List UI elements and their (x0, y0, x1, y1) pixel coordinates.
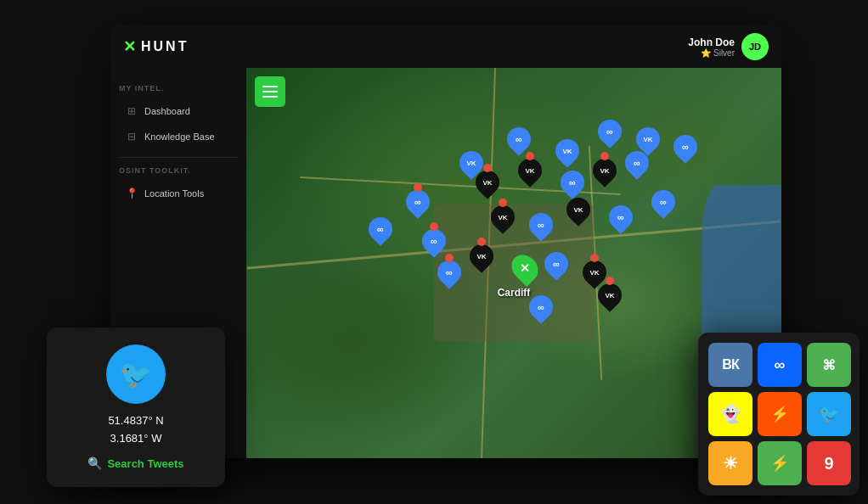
twitter-bird-icon: 🐦 (119, 358, 153, 390)
app-icon-meta[interactable]: ∞ (758, 343, 802, 387)
map-pin-meta-9[interactable]: ∞ (609, 203, 633, 232)
longitude-value: 3.1681° W (108, 430, 163, 448)
map-pin-meta-7[interactable]: ∞ (422, 227, 446, 255)
snapchat-label: 👻 (720, 404, 741, 424)
app-icon-vk[interactable]: ВК (708, 343, 752, 387)
rank-icon: ⭐ (701, 48, 713, 58)
wigle-label: ⌘ (822, 357, 836, 373)
nine-label: 9 (824, 454, 833, 473)
twitter-icon-circle: 🐦 (106, 344, 166, 404)
map-pin-blue-3[interactable]: ∞ (529, 293, 553, 322)
map-pin-vk-8[interactable]: VK (566, 195, 590, 224)
map-pin-meta-3[interactable]: ∞ (674, 132, 697, 161)
header-bar: ✕ HUNT John Doe ⭐ Silver JD (110, 25, 781, 68)
dashboard-icon: ⊞ (126, 105, 138, 117)
map-pin-vk-2[interactable]: VK (555, 137, 579, 165)
map-pin-dark-1[interactable]: VK (598, 281, 622, 310)
search-tweets-button[interactable]: 🔍 Search Tweets (87, 456, 183, 470)
app-icon-flash[interactable]: ⚡ (758, 441, 802, 485)
map-pin-meta-6[interactable]: ∞ (625, 148, 649, 177)
map-pin-cardiff-center[interactable]: ✕ (513, 254, 537, 283)
map-pin-vk-7[interactable]: VK (491, 203, 515, 232)
app-icon-strava[interactable]: ⚡ (758, 392, 802, 436)
user-name: John Doe (688, 36, 735, 48)
flash-label: ⚡ (770, 454, 789, 473)
scene: ✕ HUNT John Doe ⭐ Silver JD MY INTEL. ⊞ (0, 0, 868, 504)
app-icon-wigle[interactable]: ⌘ (807, 343, 851, 387)
vk-label: ВК (722, 357, 738, 372)
map-pin-meta-2[interactable]: ∞ (598, 117, 622, 146)
location-tools-icon: 📍 (126, 188, 138, 199)
app-icon-nine[interactable]: 9 (807, 441, 851, 485)
weather-label: ☀ (723, 453, 738, 473)
map-pin-meta-8[interactable]: ∞ (529, 210, 553, 239)
map-pin-meta-10[interactable]: ∞ (437, 258, 461, 287)
user-info: John Doe ⭐ Silver JD (688, 33, 769, 60)
user-text: John Doe ⭐ Silver (688, 36, 735, 58)
twitter-coordinates: 51.4837° N 3.1681° W (108, 412, 163, 448)
hamburger-line-3 (262, 96, 278, 98)
latitude-value: 51.4837° N (108, 412, 163, 430)
app-icon-weather[interactable]: ☀ (708, 441, 752, 485)
sidebar-divider (119, 157, 238, 158)
twitter-app-label: 🐦 (819, 404, 840, 424)
meta-label: ∞ (775, 356, 786, 374)
map-pin-meta-11[interactable]: ∞ (544, 249, 568, 278)
map-pin-vk-5[interactable]: VK (518, 156, 542, 185)
map-menu-button[interactable] (255, 76, 285, 107)
app-grid: ВК ∞ ⌘ 👻 ⚡ 🐦 ☀ ⚡ 9 (708, 343, 849, 485)
logo: ✕ HUNT (123, 37, 189, 56)
avatar: JD (741, 33, 769, 60)
app-icon-twitter[interactable]: 🐦 (807, 392, 851, 436)
dashboard-label: Dashboard (144, 106, 190, 116)
sidebar-item-location-tools[interactable]: 📍 Location Tools (119, 182, 238, 205)
map-pin-blue-2[interactable]: ∞ (651, 188, 675, 216)
hamburger-line-1 (262, 86, 278, 87)
location-tools-label: Location Tools (144, 188, 204, 199)
app-icon-snapchat[interactable]: 👻 (708, 392, 752, 436)
map-pin-vk-9[interactable]: VK (470, 242, 493, 271)
search-tweets-label: Search Tweets (107, 457, 183, 470)
map-pin-vk-6[interactable]: VK (593, 156, 617, 185)
knowledge-base-label: Knowledge Base (144, 132, 215, 142)
strava-label: ⚡ (770, 405, 789, 423)
map-pin-blue-1[interactable]: ∞ (369, 215, 392, 244)
knowledge-base-icon: ⊟ (126, 131, 138, 143)
sidebar-item-dashboard[interactable]: ⊞ Dashboard (119, 99, 238, 123)
hamburger-line-2 (262, 91, 278, 92)
logo-x-icon: ✕ (123, 37, 136, 56)
user-rank: ⭐ Silver (688, 48, 735, 58)
sidebar-item-knowledge-base[interactable]: ⊟ Knowledge Base (119, 125, 238, 148)
map-pin-meta-1[interactable]: ∞ (507, 125, 531, 154)
logo-hunt-text: HUNT (141, 39, 189, 54)
sidebar-osint-label: OSINT TOOLKIT. (119, 166, 238, 175)
map-pin-meta-5[interactable]: ∞ (561, 168, 584, 197)
map-pin-vk-4[interactable]: VK (476, 168, 499, 197)
app-grid-card: ВК ∞ ⌘ 👻 ⚡ 🐦 ☀ ⚡ 9 (698, 333, 860, 496)
search-icon: 🔍 (87, 456, 102, 470)
sidebar-my-intel-label: MY INTEL. (119, 84, 238, 92)
map-pin-meta-4[interactable]: ∞ (406, 188, 430, 216)
twitter-card: 🐦 51.4837° N 3.1681° W 🔍 Search Tweets (47, 328, 225, 487)
